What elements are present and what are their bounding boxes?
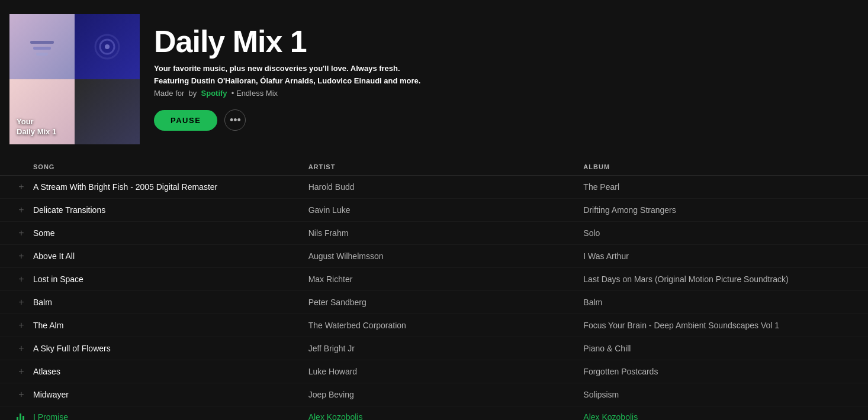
track-album-name: Balm [583, 298, 859, 307]
track-song-name: Atlases [33, 367, 308, 376]
track-add-col: + [9, 366, 33, 377]
track-song-name: Delicate Transitions [33, 205, 308, 215]
hero-info: Daily Mix 1 Your favorite music, plus ne… [154, 14, 420, 131]
header-song-col: SONG [33, 163, 308, 170]
hero-description-text: Your favorite music, plus new discoverie… [154, 64, 400, 73]
add-track-icon[interactable]: + [18, 389, 24, 400]
cover-art-icon-2 [89, 29, 125, 64]
track-add-col: + [9, 343, 33, 354]
track-add-col: + [9, 182, 33, 192]
cover-quadrant-4 [75, 79, 140, 144]
svg-rect-0 [30, 41, 54, 44]
track-rows-container: +A Stream With Bright Fish - 2005 Digita… [0, 176, 868, 420]
track-add-col: + [9, 297, 33, 308]
track-add-col: + [9, 320, 33, 331]
header-album-col: ALBUM [583, 163, 859, 170]
track-song-name: Lost in Space [33, 274, 308, 284]
track-song-name: A Sky Full of Flowers [33, 344, 308, 353]
track-add-col: + [9, 228, 33, 238]
eq-bar-3 [22, 416, 24, 420]
pause-button[interactable]: PAUSE [154, 110, 217, 131]
track-add-col [9, 412, 33, 420]
track-artist-name: Nils Frahm [308, 228, 584, 238]
track-album-name: Piano & Chill [583, 344, 859, 353]
hero-actions: PAUSE ••• [154, 109, 420, 131]
track-artist-name: August Wilhelmsson [308, 251, 584, 261]
track-artist-name: Luke Howard [308, 367, 584, 376]
track-row[interactable]: +AtlasesLuke HowardForgotten Postcards [0, 360, 868, 383]
spotify-link[interactable]: Spotify [201, 89, 227, 98]
track-album-name: Solo [583, 228, 859, 238]
cover-quadrant-1 [9, 14, 75, 79]
track-song-name: I Promise [33, 412, 308, 420]
svg-rect-1 [33, 47, 51, 50]
featuring-prefix: Featuring [154, 76, 191, 85]
add-track-icon[interactable]: + [18, 274, 24, 285]
more-options-button[interactable]: ••• [224, 109, 246, 131]
header-artist-col: ARTIST [308, 163, 584, 170]
add-track-icon[interactable]: + [18, 343, 24, 354]
track-row[interactable]: +SomeNils FrahmSolo [0, 222, 868, 245]
add-track-icon[interactable]: + [18, 320, 24, 331]
cover-art-icon-1 [24, 29, 60, 64]
track-add-col: + [9, 389, 33, 400]
cover-label: YourDaily Mix 1 [17, 117, 56, 137]
track-album-name: Forgotten Postcards [583, 367, 859, 376]
track-artist-name: Gavin Luke [308, 205, 584, 215]
track-album-name: Focus Your Brain - Deep Ambient Soundsca… [583, 321, 859, 330]
track-song-name: The Alm [33, 321, 308, 330]
track-song-name: Above It All [33, 251, 308, 261]
track-artist-name: The Waterbed Corporation [308, 321, 584, 330]
playlist-cover: YourDaily Mix 1 [9, 14, 140, 144]
add-track-icon[interactable]: + [18, 228, 24, 238]
hero-description: Your favorite music, plus new discoverie… [154, 64, 420, 73]
now-playing-indicator [17, 412, 26, 420]
track-song-name: Some [33, 228, 308, 238]
hero-meta: Made for by Spotify • Endless Mix [154, 89, 420, 98]
cover-quadrant-2 [75, 14, 140, 79]
track-row[interactable]: +Above It AllAugust WilhelmssonI Was Art… [0, 245, 868, 268]
track-artist-name: Alex Kozobolis [308, 412, 584, 420]
mix-type: Endless Mix [236, 89, 278, 98]
track-album-name: Alex Kozobolis [583, 412, 859, 420]
add-track-icon[interactable]: + [18, 297, 24, 308]
track-row[interactable]: +Delicate TransitionsGavin LukeDrifting … [0, 199, 868, 222]
add-track-icon[interactable]: + [18, 251, 24, 261]
track-song-name: Midwayer [33, 390, 308, 399]
track-artist-name: Peter Sandberg [308, 298, 584, 307]
track-row[interactable]: I PromiseAlex KozobolisAlex Kozobolis [0, 406, 868, 420]
made-for-label: Made for [154, 89, 184, 98]
track-row[interactable]: +MidwayerJoep BevingSolipsism [0, 383, 868, 406]
add-track-icon[interactable]: + [18, 366, 24, 377]
svg-point-5 [105, 44, 110, 49]
track-list-header: SONG ARTIST ALBUM [0, 159, 868, 176]
track-row[interactable]: +The AlmThe Waterbed CorporationFocus Yo… [0, 314, 868, 337]
eq-bar-1 [17, 417, 18, 420]
hero-featuring: Featuring Dustin O'Halloran, Ólafur Arna… [154, 76, 420, 85]
by-label: by [189, 89, 197, 98]
playlist-title: Daily Mix 1 [154, 26, 420, 57]
featuring-suffix: and more. [382, 76, 421, 85]
track-song-name: Balm [33, 298, 308, 307]
add-track-icon[interactable]: + [18, 182, 24, 192]
track-add-col: + [9, 274, 33, 285]
track-artist-name: Joep Beving [308, 390, 584, 399]
track-artist-name: Harold Budd [308, 182, 584, 192]
track-album-name: I Was Arthur [583, 251, 859, 261]
track-row[interactable]: +A Sky Full of FlowersJeff Bright JrPian… [0, 337, 868, 360]
track-artist-name: Jeff Bright Jr [308, 344, 584, 353]
track-row[interactable]: +Lost in SpaceMax RichterLast Days on Ma… [0, 268, 868, 291]
more-icon: ••• [230, 114, 241, 127]
header-add-col [9, 163, 33, 170]
track-add-col: + [9, 205, 33, 215]
track-album-name: Last Days on Mars (Original Motion Pictu… [583, 274, 859, 284]
add-track-icon[interactable]: + [18, 205, 24, 215]
track-list: SONG ARTIST ALBUM +A Stream With Bright … [0, 159, 868, 420]
track-song-name: A Stream With Bright Fish - 2005 Digital… [33, 182, 308, 192]
eq-bar-2 [20, 413, 21, 420]
track-album-name: The Pearl [583, 182, 859, 192]
track-album-name: Drifting Among Strangers [583, 205, 859, 215]
track-row[interactable]: +A Stream With Bright Fish - 2005 Digita… [0, 176, 868, 199]
hero-section: YourDaily Mix 1 Daily Mix 1 Your favorit… [0, 0, 868, 159]
track-row[interactable]: +BalmPeter SandbergBalm [0, 291, 868, 314]
